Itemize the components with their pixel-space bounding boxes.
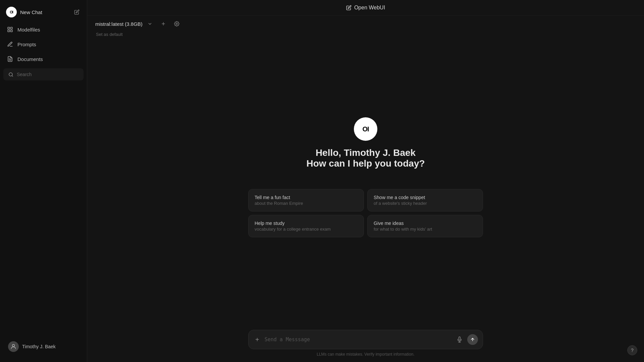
new-chat-label: New Chat xyxy=(20,9,42,15)
suggestions-grid: Tell me a fun fact about the Roman Empir… xyxy=(248,189,483,237)
avatar xyxy=(8,341,19,352)
suggestion-sub-0: about the Roman Empire xyxy=(255,201,358,206)
main-content: Open WebUI mistral:latest (3.8GB) xyxy=(87,0,644,362)
documents-icon xyxy=(7,56,13,62)
suggestion-title-1: Show me a code snippet xyxy=(374,195,477,200)
welcome-text: Hello, Timothy J. Baek How can I help yo… xyxy=(306,147,425,169)
prompts-icon xyxy=(7,41,13,48)
suggestion-sub-3: for what to do with my kids' art xyxy=(374,227,477,232)
input-section: + LLMs can make mistakes. Verify importa… xyxy=(87,324,644,362)
suggestion-title-2: Help me study xyxy=(255,221,358,226)
model-bar: mistral:latest (3.8GB) Set as defa xyxy=(87,16,644,37)
sidebar-item-prompts[interactable]: Prompts xyxy=(3,38,84,51)
message-input-row: + xyxy=(248,330,483,349)
svg-point-11 xyxy=(176,23,177,24)
sidebar-bottom: Timothy J. Baek xyxy=(3,335,84,358)
topbar-title-area: Open WebUI xyxy=(346,5,385,11)
chat-area: OI Hello, Timothy J. Baek How can I help… xyxy=(87,37,644,324)
svg-line-7 xyxy=(12,75,13,76)
suggestion-title-3: Give me ideas xyxy=(374,221,477,226)
model-selector[interactable]: mistral:latest (3.8GB) xyxy=(95,20,155,28)
model-add-button[interactable] xyxy=(159,20,168,28)
welcome-line1: Hello, Timothy J. Baek xyxy=(306,147,425,158)
svg-rect-1 xyxy=(11,27,12,29)
sidebar-item-label-documents: Documents xyxy=(17,56,43,62)
search-area[interactable] xyxy=(3,68,84,80)
user-name: Timothy J. Baek xyxy=(22,344,56,349)
svg-rect-0 xyxy=(8,27,9,29)
svg-rect-3 xyxy=(8,30,9,32)
logo-area: OI New Chat xyxy=(6,7,42,17)
model-name: mistral:latest (3.8GB) xyxy=(95,21,143,27)
app-name: Open WebUI xyxy=(354,5,385,11)
microphone-button[interactable] xyxy=(455,335,464,344)
model-settings-button[interactable] xyxy=(172,20,181,28)
welcome-section: OI Hello, Timothy J. Baek How can I help… xyxy=(306,117,425,169)
model-row: mistral:latest (3.8GB) xyxy=(95,20,181,28)
sidebar-item-documents[interactable]: Documents xyxy=(3,52,84,66)
send-button[interactable] xyxy=(467,334,478,345)
modelfiles-icon xyxy=(7,26,13,33)
welcome-line2: How can I help you today? xyxy=(306,158,425,169)
svg-point-8 xyxy=(12,344,15,347)
suggestion-sub-2: vocabulary for a college entrance exam xyxy=(255,227,358,232)
suggestion-card-3[interactable]: Give me ideas for what to do with my kid… xyxy=(367,215,483,237)
model-dropdown-button[interactable] xyxy=(145,20,155,28)
message-input[interactable] xyxy=(265,337,452,343)
suggestion-card-1[interactable]: Show me a code snippet of a website's st… xyxy=(367,189,483,212)
help-button[interactable]: ? xyxy=(627,345,637,355)
add-attachment-button[interactable]: + xyxy=(253,335,261,344)
suggestion-title-0: Tell me a fun fact xyxy=(255,195,358,200)
svg-rect-2 xyxy=(11,30,12,32)
sidebar-header: OI New Chat xyxy=(3,4,84,20)
disclaimer-text: LLMs can make mistakes. Verify important… xyxy=(317,352,414,357)
set-as-default[interactable]: Set as default xyxy=(95,32,123,37)
sidebar-item-label-prompts: Prompts xyxy=(17,42,36,47)
app-logo: OI xyxy=(6,7,17,17)
user-profile[interactable]: Timothy J. Baek xyxy=(4,338,83,355)
welcome-logo: OI xyxy=(354,117,377,141)
topbar-edit-icon xyxy=(346,5,352,10)
sidebar: OI New Chat Modelfiles Prompts xyxy=(0,0,87,362)
suggestion-card-2[interactable]: Help me study vocabulary for a college e… xyxy=(248,215,364,237)
suggestion-card-0[interactable]: Tell me a fun fact about the Roman Empir… xyxy=(248,189,364,212)
sidebar-item-label-modelfiles: Modelfiles xyxy=(17,27,40,33)
search-icon xyxy=(7,71,14,78)
topbar: Open WebUI xyxy=(87,0,644,16)
search-input[interactable] xyxy=(17,72,79,77)
suggestion-sub-1: of a website's sticky header xyxy=(374,201,477,206)
sidebar-item-modelfiles[interactable]: Modelfiles xyxy=(3,23,84,36)
new-chat-button[interactable] xyxy=(73,8,81,16)
